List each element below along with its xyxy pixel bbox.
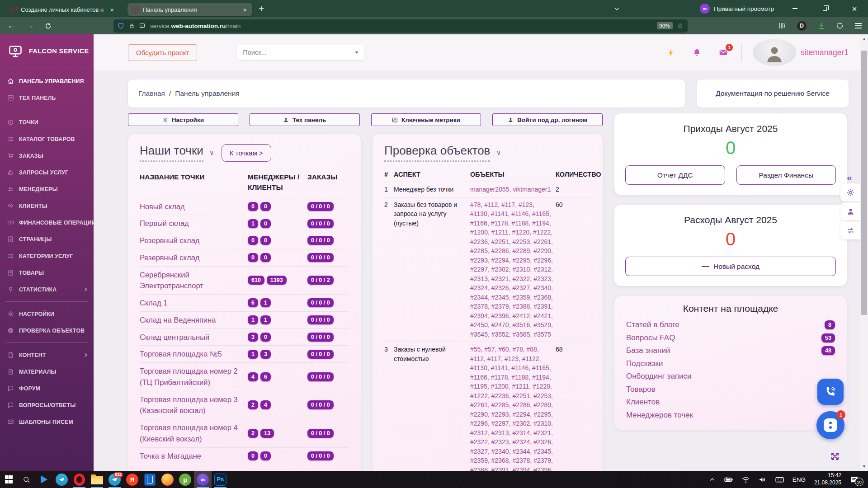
discuss-project-button[interactable]: Обсудить проект	[128, 44, 197, 61]
zoom-indicator[interactable]: 90%	[657, 22, 673, 29]
lock-icon[interactable]	[128, 23, 135, 29]
address-bar[interactable]: service.web-automation.ru/main 90% ☆	[113, 19, 688, 33]
point-name[interactable]: Резервный склад	[140, 235, 244, 246]
sidebar-item-5[interactable]: ЗАПРОСЫ УСЛУГ	[0, 164, 94, 181]
content-row[interactable]: Статей в блоге8	[626, 319, 835, 332]
sidebar-item-12[interactable]: СТАТИСТИКА	[0, 281, 94, 298]
content-row[interactable]: Онбординг записи	[626, 370, 835, 383]
collapse-panel-icon[interactable]: «	[847, 172, 852, 183]
chevron-down-icon[interactable]	[355, 52, 359, 54]
minimize-button[interactable]	[786, 1, 804, 16]
brand[interactable]: FALCON SERVICE	[0, 34, 94, 65]
point-name[interactable]: Первый склад	[140, 218, 244, 229]
content-row[interactable]: Товаров49	[626, 383, 835, 396]
sidebar-item-13[interactable]: НАСТРОЙКИ	[0, 305, 94, 322]
chat-widget-button[interactable]: 1	[816, 411, 844, 439]
avatar[interactable]	[753, 39, 796, 66]
mail-icon[interactable]: 1	[718, 47, 729, 57]
point-name[interactable]: Точка в Магадане	[140, 450, 244, 462]
account-extension-icon[interactable]: D	[797, 21, 807, 31]
action-center-icon[interactable]: 10	[846, 475, 865, 484]
taskbar-media-player[interactable]	[35, 471, 53, 488]
action-button-2[interactable]: Ключевые метрики	[371, 113, 481, 126]
taskbar-taskbar-search[interactable]	[18, 471, 35, 488]
point-name[interactable]: Серебрянский Электротранспорт	[140, 269, 244, 292]
point-name[interactable]: Склад на Веденяпина	[140, 314, 244, 326]
sidebar-item-19[interactable]: ШАБЛОНЫ ПИСЕМ	[0, 413, 94, 430]
shield-icon[interactable]	[117, 22, 125, 30]
sidebar-item-0[interactable]: ПАНЕЛЬ УПРАВЛЕНИЯ	[0, 73, 94, 89]
search-input[interactable]	[243, 49, 355, 56]
point-name[interactable]: Торговая площадка №5	[140, 348, 244, 360]
scroll-down-icon[interactable]: ▼	[860, 464, 868, 469]
bookmark-star-icon[interactable]: ☆	[677, 22, 683, 30]
content-row[interactable]: Вопросы FAQ53	[626, 332, 835, 345]
browser-tab-active[interactable]: Панель управления ×	[127, 3, 252, 16]
bell-icon[interactable]	[692, 48, 702, 57]
expand-arrows-icon[interactable]	[830, 451, 840, 462]
wifi-icon[interactable]	[737, 475, 754, 484]
taskbar-file-explorer[interactable]	[88, 471, 106, 488]
sidebar-item-2[interactable]: ТОЧКИ	[0, 114, 94, 131]
back-button[interactable]: ←	[7, 21, 16, 31]
points-table-row[interactable]: Склад 1610 / 0 / 0	[140, 294, 349, 311]
keyboard-icon[interactable]	[771, 475, 788, 484]
documentation-button[interactable]: Документация по решению Service	[697, 80, 849, 108]
taskbar-photoshop[interactable]: Ps	[212, 471, 229, 488]
taskbar-firefox-private[interactable]: ∞	[194, 471, 212, 488]
points-table-row[interactable]: Торговая площадка номер 4 (Киевский вокз…	[140, 419, 349, 447]
point-name[interactable]: Торговая площадка номер 2 (ТЦ Прибалтийс…	[140, 366, 244, 388]
content-row[interactable]: Менеджеров точек	[626, 409, 835, 422]
speaker-icon[interactable]	[754, 475, 771, 484]
content-row[interactable]: База знаний48	[626, 344, 835, 357]
taskbar-utorrent[interactable]: µ	[176, 471, 194, 488]
to-points-button[interactable]: К точкам >	[222, 144, 271, 162]
clock[interactable]: 15:42 21.08.2025	[810, 472, 846, 486]
points-title[interactable]: Наши точки	[140, 144, 203, 162]
points-table-row[interactable]: Серебрянский Электротранспорт61013930 / …	[140, 266, 349, 295]
points-table-row[interactable]: Торговая площадка номер 2 (ТЦ Прибалтийс…	[140, 362, 349, 391]
sidebar-item-10[interactable]: КАТЕГОРИИ УСЛУГ	[0, 248, 94, 264]
point-name[interactable]: Торговая площадка номер 4 (Киевский вокз…	[140, 422, 244, 445]
content-row[interactable]: Клиентов	[626, 396, 835, 409]
dds-report-button[interactable]: Отчет ДДС	[625, 165, 725, 185]
points-table-row[interactable]: Точка в Магадане000 / 0 / 0	[140, 447, 349, 465]
viber-widget-button[interactable]	[817, 379, 844, 405]
tray-chevron-up-icon[interactable]	[705, 476, 720, 483]
content-row[interactable]: Подсказки	[626, 357, 835, 371]
points-table-row[interactable]: Склад центральный300 / 0 / 0	[140, 328, 349, 346]
tab-close-icon[interactable]: ×	[109, 6, 115, 14]
taskbar-telegram-badged[interactable]: 632	[106, 471, 123, 488]
point-name[interactable]: Новый склад	[140, 201, 244, 212]
sidebar-item-8[interactable]: ФИНАНСОВЫЕ ОПЕРАЦИИ	[0, 214, 94, 231]
taskbar-falcon-app[interactable]	[141, 471, 159, 488]
browser-tab-inactive[interactable]: Создание личных кабинетов н ×	[5, 3, 119, 16]
sidebar-item-3[interactable]: КАТАЛОГ ТОВАРОВ	[0, 131, 94, 147]
taskbar-yandex-browser[interactable]: Я	[123, 471, 141, 488]
restore-button[interactable]	[816, 1, 834, 16]
lightning-icon[interactable]	[666, 48, 676, 57]
points-table-row[interactable]: Торговая площадка №5130 / 0 / 0	[140, 345, 349, 362]
taskbar-opera[interactable]	[71, 471, 88, 488]
menu-hamburger-icon[interactable]	[855, 23, 862, 28]
taskbar-firefox[interactable]	[159, 471, 176, 488]
points-table-row[interactable]: Резервный склад000 / 0 / 0	[140, 249, 349, 266]
sidebar-item-14[interactable]: ПРОВЕРКА ОБЪЕКТОВ	[0, 322, 94, 339]
search-box[interactable]	[237, 45, 364, 61]
points-dropdown-icon[interactable]: ∨	[209, 149, 214, 157]
objects-dropdown-icon[interactable]: ∨	[496, 149, 501, 157]
sidebar-item-11[interactable]: ТОВАРЫ	[0, 264, 94, 281]
sidebar-item-18[interactable]: ВОПРОСЫ/ОТВЕТЫ	[0, 397, 94, 413]
points-table-row[interactable]: Первый склад100 / 0 / 0	[140, 215, 349, 232]
finance-section-button[interactable]: Раздел Финансы	[736, 165, 836, 185]
sidebar-item-1[interactable]: ТЕХ ПАНЕЛЬ	[0, 89, 94, 106]
scrollbar-thumb[interactable]	[861, 51, 867, 315]
reload-button[interactable]	[44, 22, 52, 30]
sidebar-item-4[interactable]: ЗАКАЗЫ	[0, 147, 94, 164]
list-tabs-icon[interactable]	[613, 5, 620, 12]
close-button[interactable]: ×	[845, 1, 863, 16]
points-table-row[interactable]: Склад на Веденяпина110 / 0 / 0	[140, 311, 349, 328]
username[interactable]: sitemanager1	[801, 48, 849, 57]
download-extension-icon[interactable]	[817, 22, 826, 30]
action-button-0[interactable]: Настройки	[128, 113, 238, 126]
